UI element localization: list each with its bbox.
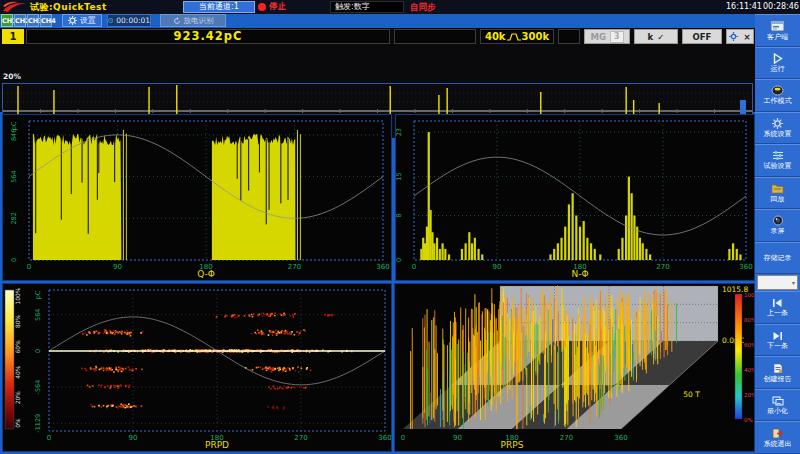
test-settings-icon xyxy=(772,150,784,161)
sidebar-item-minimize[interactable]: 最小化 xyxy=(755,389,800,422)
minimize-icon xyxy=(772,396,784,406)
stop-status: 停止 xyxy=(258,1,286,13)
svg-text:360: 360 xyxy=(739,263,752,271)
title-bar: 试验:QuickTest 当前通道:1 停止 触发:数字 自同步 16:11:4… xyxy=(0,0,800,14)
timer-display: 00:00:01 xyxy=(107,14,151,27)
settings-button[interactable]: 设置 xyxy=(62,14,102,27)
app-logo-icon xyxy=(2,1,28,13)
svg-text:564: 564 xyxy=(34,309,42,321)
exit-icon xyxy=(772,428,783,439)
sidebar-item-work-mode[interactable]: 工作模式 xyxy=(755,79,800,112)
q-phi-chart: 0901802703600282564846pCQ-Φ xyxy=(2,114,392,281)
tab-channel-3[interactable]: CH3 xyxy=(27,14,39,27)
sidebar-item-create-report[interactable]: 创建报告 xyxy=(755,356,800,389)
svg-text:90: 90 xyxy=(453,434,462,442)
sidebar-item-exit[interactable]: 系统退出 xyxy=(755,421,800,454)
sidebar-item-previous[interactable]: 上一条 xyxy=(755,291,800,324)
sidebar-item-system-settings[interactable]: 系统设置 xyxy=(755,112,800,145)
readout-spare-box xyxy=(394,29,476,44)
svg-text:0: 0 xyxy=(34,349,42,353)
pd-analyzer-window: 试验:QuickTest 当前通道:1 停止 触发:数字 自同步 16:11:4… xyxy=(0,0,800,454)
charge-readout: 923.42pC xyxy=(26,29,390,44)
chevron-down-icon: ▾ xyxy=(792,279,795,286)
svg-text:0: 0 xyxy=(10,258,18,262)
create-report-icon xyxy=(773,363,783,374)
svg-text:20%: 20% xyxy=(14,391,21,405)
svg-text:-564: -564 xyxy=(34,380,42,395)
channel-config-button[interactable]: × xyxy=(726,29,754,44)
stop-label: 停止 xyxy=(269,1,286,13)
gain-value: 3 xyxy=(610,31,624,43)
svg-text:40%: 40% xyxy=(14,365,21,379)
gain-label: MG xyxy=(590,32,605,42)
svg-text:80%: 80% xyxy=(744,317,754,323)
svg-text:-1129: -1129 xyxy=(34,414,42,433)
svg-text:90: 90 xyxy=(113,263,122,271)
settings-label: 设置 xyxy=(80,15,96,26)
strip-scale-label: 20% xyxy=(3,72,21,81)
sidebar-item-test-settings[interactable]: 试验设置 xyxy=(755,144,800,177)
measurement-zone: 1 923.42pC 40k 300k MG 3 k ✓ OFF × 20% xyxy=(0,28,755,112)
svg-text:564: 564 xyxy=(10,170,18,182)
stop-dot-icon xyxy=(258,3,266,11)
svg-text:80%: 80% xyxy=(14,314,21,328)
trigger-mode-field[interactable]: 触发:数字 xyxy=(330,1,404,13)
gain-mg-button[interactable]: MG 3 xyxy=(584,29,630,44)
svg-text:0: 0 xyxy=(412,263,416,271)
svg-text:60%: 60% xyxy=(14,340,21,354)
previous-icon xyxy=(772,298,783,308)
sidebar-menu: 客户端 运行 工作模式 系统设置 试验设置 回放 录屏 存储记录 xyxy=(755,14,800,454)
system-settings-gear-icon xyxy=(772,118,783,129)
svg-text:50 T: 50 T xyxy=(683,390,700,399)
prps-3d-chart: 1015.80.0pC50 T090180270360PRPS100%80%60… xyxy=(394,283,755,452)
gear-icon xyxy=(68,16,77,25)
svg-text:Q-Φ: Q-Φ xyxy=(197,269,215,279)
sidebar-item-run[interactable]: 运行 xyxy=(755,47,800,80)
tab-channel-4[interactable]: CH4 xyxy=(40,14,52,27)
prpd-chart: 100%80%60%40%20%0%5640-564-1129pC0901802… xyxy=(2,283,392,452)
svg-text:0%: 0% xyxy=(14,418,21,428)
filter-band-box[interactable]: 40k 300k xyxy=(480,29,554,44)
current-channel-box[interactable]: 当前通道:1 xyxy=(183,1,255,13)
discharge-id-label: 放电识别 xyxy=(184,16,214,26)
n-phi-chart: 090180270360081523N-Φ xyxy=(395,114,755,281)
tab-channel-1[interactable]: CH1 xyxy=(1,14,13,27)
svg-text:270: 270 xyxy=(288,263,301,271)
sidebar-item-playback[interactable]: 回放 xyxy=(755,177,800,210)
sidebar-item-record[interactable]: 录屏 xyxy=(755,209,800,242)
channel-number-badge: 1 xyxy=(2,29,24,44)
sidebar-item-next[interactable]: 下一条 xyxy=(755,324,800,357)
svg-text:pC: pC xyxy=(10,121,18,130)
client-window-icon xyxy=(770,20,785,32)
sidebar-item-client[interactable]: 客户端 xyxy=(755,14,800,47)
record-icon xyxy=(772,215,784,226)
svg-text:PRPS: PRPS xyxy=(501,440,524,450)
playback-folder-icon xyxy=(771,183,784,194)
close-icon[interactable]: × xyxy=(743,32,750,42)
svg-text:0: 0 xyxy=(401,434,405,442)
record-select-dropdown[interactable]: ▾ xyxy=(757,275,798,290)
elapsed-time: 00:28:46 xyxy=(763,2,799,11)
off-button[interactable]: OFF xyxy=(682,29,722,44)
check-icon: ✓ xyxy=(657,32,664,42)
svg-text:270: 270 xyxy=(294,434,307,442)
svg-text:40%: 40% xyxy=(744,367,754,373)
bandpass-icon xyxy=(507,32,521,42)
unit-k-button[interactable]: k ✓ xyxy=(634,29,678,44)
sidebar-item-storage-records[interactable]: 存储记录 xyxy=(755,242,800,275)
test-name-label: 试验:QuickTest xyxy=(30,1,107,14)
svg-text:360: 360 xyxy=(614,434,627,442)
svg-text:100%: 100% xyxy=(744,292,754,298)
svg-text:0: 0 xyxy=(27,263,31,271)
next-icon xyxy=(772,331,783,341)
svg-text:270: 270 xyxy=(656,263,669,271)
work-mode-icon xyxy=(771,85,784,96)
filter-high-label: 300k xyxy=(522,31,550,42)
tab-channel-2[interactable]: CH2 xyxy=(14,14,26,27)
timer-value: 00:00:01 xyxy=(116,16,150,25)
svg-text:270: 270 xyxy=(560,434,573,442)
svg-text:0: 0 xyxy=(47,434,51,442)
filter-low-label: 40k xyxy=(485,31,506,42)
discharge-id-dropdown[interactable]: 放电识别 xyxy=(160,14,226,27)
svg-text:90: 90 xyxy=(129,434,138,442)
